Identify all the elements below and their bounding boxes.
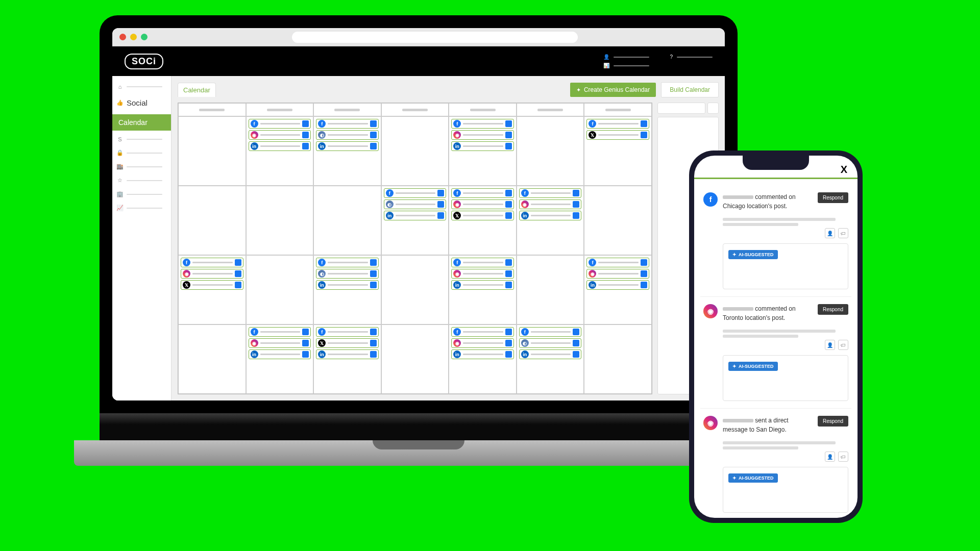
- post-chip[interactable]: ◉: [181, 269, 243, 279]
- post-chip[interactable]: f: [519, 188, 582, 198]
- post-chip[interactable]: in: [451, 280, 514, 290]
- calendar-cell[interactable]: f◉in: [246, 324, 314, 394]
- calendar-cell[interactable]: [178, 186, 246, 255]
- sidebar-item-home[interactable]: ⌂: [112, 82, 171, 91]
- tag-action-icon[interactable]: 🏷: [838, 228, 848, 238]
- calendar-cell[interactable]: f◉in: [584, 255, 652, 324]
- post-chip[interactable]: f: [181, 258, 243, 267]
- post-chip[interactable]: ◉: [586, 269, 649, 279]
- filter-expand[interactable]: [707, 103, 719, 114]
- post-chip[interactable]: f: [586, 258, 649, 267]
- ai-suggestion-box[interactable]: ✦AI-SUGGESTED: [723, 467, 848, 513]
- post-chip[interactable]: in: [451, 141, 514, 151]
- calendar-cell[interactable]: [381, 116, 449, 186]
- calendar-cell[interactable]: f◉𝕏: [178, 255, 246, 324]
- sidebar-item-7[interactable]: 🏢: [112, 189, 171, 199]
- user-action-icon[interactable]: 👤: [825, 340, 835, 350]
- tag-action-icon[interactable]: 🏷: [838, 340, 848, 350]
- post-chip[interactable]: ◉: [249, 338, 311, 348]
- calendar-cell[interactable]: f◐in: [313, 255, 381, 324]
- stats-menu[interactable]: 📊: [603, 63, 649, 68]
- post-chip[interactable]: f: [249, 327, 311, 337]
- post-chip[interactable]: in: [249, 349, 311, 359]
- filter-dropdown[interactable]: [657, 103, 705, 114]
- post-chip[interactable]: f: [451, 258, 514, 267]
- post-chip[interactable]: in: [586, 280, 649, 290]
- window-min-dot[interactable]: [130, 34, 137, 40]
- user-menu[interactable]: 👤: [603, 54, 649, 60]
- calendar-cell[interactable]: [246, 255, 314, 324]
- window-max-dot[interactable]: [141, 34, 148, 40]
- close-icon[interactable]: X: [841, 164, 847, 176]
- calendar-cell[interactable]: [313, 186, 381, 255]
- respond-button[interactable]: Respond: [818, 304, 848, 315]
- post-chip[interactable]: f: [316, 258, 379, 267]
- calendar-cell[interactable]: f◐in: [517, 324, 584, 394]
- help-menu[interactable]: ?: [670, 54, 713, 60]
- calendar-cell[interactable]: f◉in: [517, 186, 584, 255]
- post-chip[interactable]: f: [316, 327, 379, 337]
- post-chip[interactable]: f: [519, 327, 582, 337]
- window-close-dot[interactable]: [119, 34, 126, 40]
- user-action-icon[interactable]: 👤: [825, 228, 835, 238]
- post-chip[interactable]: ◉: [451, 338, 514, 348]
- respond-button[interactable]: Respond: [818, 192, 848, 203]
- calendar-cell[interactable]: f◐in: [313, 116, 381, 186]
- post-chip[interactable]: f: [249, 119, 311, 129]
- post-chip[interactable]: ◐: [384, 199, 447, 209]
- calendar-cell[interactable]: f𝕏in: [313, 324, 381, 394]
- calendar-cell[interactable]: [381, 255, 449, 324]
- post-chip[interactable]: ◐: [519, 338, 582, 348]
- sidebar-item-social[interactable]: 👍Social: [112, 95, 171, 110]
- post-chip[interactable]: 𝕏: [316, 338, 379, 348]
- post-chip[interactable]: in: [316, 349, 379, 359]
- tab-calendar[interactable]: Calendar: [178, 83, 216, 97]
- calendar-cell[interactable]: f◉in: [449, 255, 517, 324]
- ai-suggestion-box[interactable]: ✦AI-SUGGESTED: [723, 243, 848, 289]
- post-chip[interactable]: in: [316, 280, 379, 290]
- post-chip[interactable]: ◐: [316, 269, 379, 279]
- create-genius-button[interactable]: ✦Create Genius Calendar: [570, 83, 656, 97]
- post-chip[interactable]: f: [316, 119, 379, 129]
- post-chip[interactable]: f: [384, 188, 447, 198]
- url-bar[interactable]: [292, 32, 578, 43]
- ai-suggestion-box[interactable]: ✦AI-SUGGESTED: [723, 355, 848, 401]
- phone-notifications[interactable]: f commented on Chicago location's post.R…: [694, 179, 857, 518]
- calendar-cell[interactable]: [584, 186, 652, 255]
- post-chip[interactable]: in: [519, 211, 582, 220]
- post-chip[interactable]: ◉: [249, 130, 311, 140]
- sidebar-item-4[interactable]: 🔒: [112, 148, 171, 158]
- post-chip[interactable]: in: [384, 211, 447, 220]
- calendar-cell[interactable]: [178, 324, 246, 394]
- calendar-cell[interactable]: f◉in: [449, 116, 517, 186]
- post-chip[interactable]: ◉: [451, 130, 514, 140]
- post-chip[interactable]: in: [519, 349, 582, 359]
- post-chip[interactable]: ◉: [451, 199, 514, 209]
- post-chip[interactable]: f: [451, 119, 514, 129]
- calendar-cell[interactable]: f◐in: [381, 186, 449, 255]
- sidebar-item-8[interactable]: 📈: [112, 203, 171, 213]
- calendar-cell[interactable]: f◉in: [246, 116, 314, 186]
- post-chip[interactable]: 𝕏: [451, 211, 514, 220]
- post-chip[interactable]: in: [451, 349, 514, 359]
- calendar-cell[interactable]: [517, 255, 584, 324]
- sidebar-item-calendar[interactable]: Calendar: [112, 114, 171, 131]
- calendar-cell[interactable]: [381, 324, 449, 394]
- calendar-cell[interactable]: [584, 324, 652, 394]
- calendar-cell[interactable]: f𝕏: [584, 116, 652, 186]
- post-chip[interactable]: in: [249, 141, 311, 151]
- sidebar-item-6[interactable]: ☆: [112, 176, 171, 185]
- calendar-cell[interactable]: [517, 116, 584, 186]
- post-chip[interactable]: 𝕏: [586, 130, 649, 140]
- sidebar-item-5[interactable]: 🏬: [112, 162, 171, 171]
- calendar-cell[interactable]: f◉in: [449, 324, 517, 394]
- post-chip[interactable]: f: [451, 327, 514, 337]
- post-chip[interactable]: ◐: [316, 130, 379, 140]
- calendar-cell[interactable]: [246, 186, 314, 255]
- respond-button[interactable]: Respond: [818, 416, 848, 427]
- post-chip[interactable]: f: [451, 188, 514, 198]
- brand-logo[interactable]: SOCi: [125, 54, 163, 69]
- post-chip[interactable]: ◉: [451, 269, 514, 279]
- user-action-icon[interactable]: 👤: [825, 452, 835, 462]
- post-chip[interactable]: ◉: [519, 199, 582, 209]
